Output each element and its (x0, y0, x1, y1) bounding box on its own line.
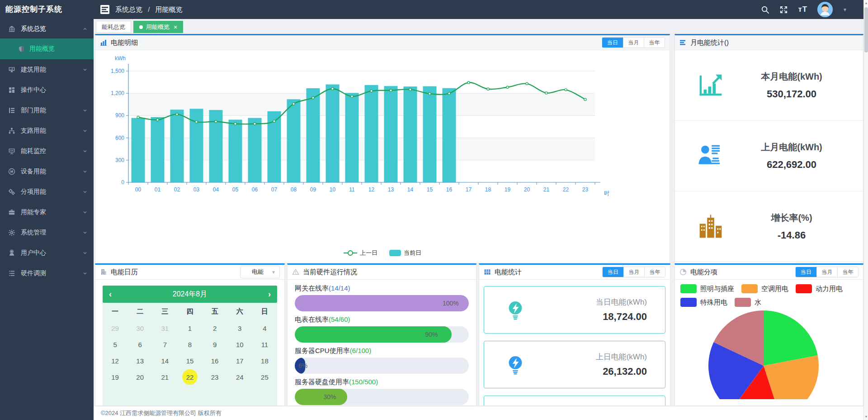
sidebar-item-2[interactable]: 操作中心 (0, 80, 94, 100)
calendar-day-30[interactable]: 30 (127, 320, 152, 336)
pie-legend-特殊用电[interactable]: 特殊用电 (680, 298, 727, 307)
sidebar-item-5[interactable]: 能耗监控 (0, 141, 94, 161)
bar-hour-08[interactable] (287, 99, 301, 182)
calendar-day-14[interactable]: 14 (152, 353, 177, 369)
tab-usage-overview[interactable]: 用能概览 × (133, 21, 183, 33)
breadcrumb-level-1[interactable]: 系统总览 (115, 5, 142, 13)
line-point-16[interactable] (448, 92, 450, 95)
line-point-09[interactable] (312, 96, 314, 99)
pie-legend-动力用电[interactable]: 动力用电 (796, 284, 843, 293)
bar-hour-05[interactable] (229, 119, 242, 182)
calendar-day-18[interactable]: 18 (252, 353, 277, 369)
line-point-18[interactable] (487, 88, 489, 90)
line-point-04[interactable] (215, 120, 217, 123)
bar-hour-11[interactable] (345, 93, 359, 182)
calendar-day-7[interactable]: 7 (152, 336, 177, 353)
pie-legend-空调用电[interactable]: 空调用电 (741, 284, 788, 293)
scroll-up-arrow[interactable]: ▲ (864, 0, 868, 6)
menu-list-icon[interactable] (100, 5, 110, 14)
calendar-day-2[interactable]: 2 (203, 320, 227, 336)
line-point-00[interactable] (137, 116, 139, 118)
period-button-day[interactable]: 当日 (796, 267, 816, 277)
line-point-10[interactable] (331, 87, 334, 90)
bar-hour-12[interactable] (365, 85, 378, 182)
pie-legend-照明与插座[interactable]: 照明与插座 (680, 284, 734, 293)
calendar-day-19[interactable]: 19 (103, 369, 127, 385)
period-button-year[interactable]: 当年 (644, 267, 665, 277)
sidebar-item-1[interactable]: 建筑用能 (0, 59, 94, 80)
line-point-05[interactable] (234, 123, 236, 125)
scrollbar-thumb[interactable] (864, 7, 868, 52)
period-button-day[interactable]: 当日 (602, 38, 623, 48)
sidebar-item-3[interactable]: 部门用能 (0, 100, 94, 120)
period-button-month[interactable]: 当月 (623, 38, 644, 48)
calendar-day-20[interactable]: 20 (127, 369, 152, 385)
close-icon[interactable]: × (174, 24, 177, 30)
pie-legend-水[interactable]: 水 (735, 298, 761, 307)
period-button-year[interactable]: 当年 (644, 38, 665, 48)
sidebar-item-10[interactable]: 用户中心 (0, 243, 94, 263)
line-point-03[interactable] (195, 121, 198, 123)
tab-energy-overview[interactable]: 能耗总览 (96, 21, 131, 33)
period-button-month[interactable]: 当月 (623, 267, 644, 277)
calendar-day-21[interactable]: 21 (152, 369, 177, 385)
calendar-day-31[interactable]: 31 (152, 320, 177, 336)
period-button-year[interactable]: 当年 (837, 267, 858, 277)
avatar[interactable] (817, 2, 833, 17)
bar-hour-00[interactable] (132, 118, 145, 182)
line-point-12[interactable] (370, 90, 373, 92)
line-point-19[interactable] (506, 86, 509, 88)
line-point-01[interactable] (156, 119, 159, 121)
sidebar-item-9[interactable]: 系统管理 (0, 222, 94, 243)
calendar-day-16[interactable]: 16 (203, 353, 227, 369)
calendar-day-5[interactable]: 5 (103, 336, 127, 353)
calendar-day-3[interactable]: 3 (227, 320, 252, 336)
legend-current-day[interactable]: 当前日 (389, 249, 421, 257)
vertical-scrollbar[interactable]: ▲ ▼ (863, 0, 868, 420)
bar-hour-16[interactable] (443, 88, 456, 182)
calendar-type-select[interactable]: 电能 ▼ (240, 266, 280, 278)
line-point-21[interactable] (545, 92, 547, 94)
calendar-day-29[interactable]: 29 (103, 320, 127, 336)
calendar-day-12[interactable]: 12 (103, 353, 127, 369)
fullscreen-icon[interactable] (779, 5, 788, 14)
line-point-14[interactable] (409, 88, 411, 91)
bar-hour-01[interactable] (151, 117, 165, 182)
line-point-20[interactable] (526, 82, 528, 85)
sidebar-item-7[interactable]: 分项用能 (0, 181, 94, 202)
calendar-day-13[interactable]: 13 (127, 353, 152, 369)
line-point-13[interactable] (390, 89, 392, 91)
sidebar-subitem-用能概览[interactable]: 用能概览 (0, 38, 94, 59)
font-size-icon[interactable]: ᴛT (798, 5, 807, 14)
sidebar-item-6[interactable]: 设备用能 (0, 161, 94, 181)
line-point-07[interactable] (273, 120, 275, 122)
scroll-down-arrow[interactable]: ▼ (864, 414, 868, 420)
bar-hour-10[interactable] (326, 85, 340, 182)
line-point-17[interactable] (467, 81, 470, 84)
period-button-month[interactable]: 当月 (816, 267, 837, 277)
bar-hour-15[interactable] (423, 86, 437, 182)
calendar-day-8[interactable]: 8 (177, 336, 202, 353)
calendar-day-15[interactable]: 15 (177, 353, 202, 369)
calendar-day-24[interactable]: 24 (227, 369, 252, 385)
bar-hour-09[interactable] (307, 88, 320, 182)
bar-hour-02[interactable] (170, 110, 184, 182)
calendar-day-10[interactable]: 10 (227, 336, 252, 353)
sidebar-item-11[interactable]: 硬件调测 (0, 263, 94, 283)
calendar-day-22[interactable]: 22 (177, 369, 202, 385)
line-point-02[interactable] (176, 113, 178, 115)
sidebar-item-8[interactable]: 用能专家 (0, 202, 94, 222)
line-point-23[interactable] (584, 98, 586, 100)
period-button-day[interactable]: 当日 (603, 267, 623, 277)
calendar-day-23[interactable]: 23 (203, 369, 227, 385)
bar-hour-13[interactable] (384, 86, 398, 182)
line-point-22[interactable] (565, 89, 567, 91)
sidebar-item-4[interactable]: 支路用能 (0, 120, 94, 141)
calendar-prev-button[interactable]: ‹ (109, 290, 120, 299)
legend-previous-day[interactable]: 上一日 (344, 249, 377, 257)
bar-hour-14[interactable] (404, 86, 417, 182)
calendar-day-1[interactable]: 1 (177, 320, 202, 336)
calendar-day-4[interactable]: 4 (252, 320, 277, 336)
calendar-day-6[interactable]: 6 (127, 336, 152, 353)
bar-hour-06[interactable] (248, 118, 262, 182)
